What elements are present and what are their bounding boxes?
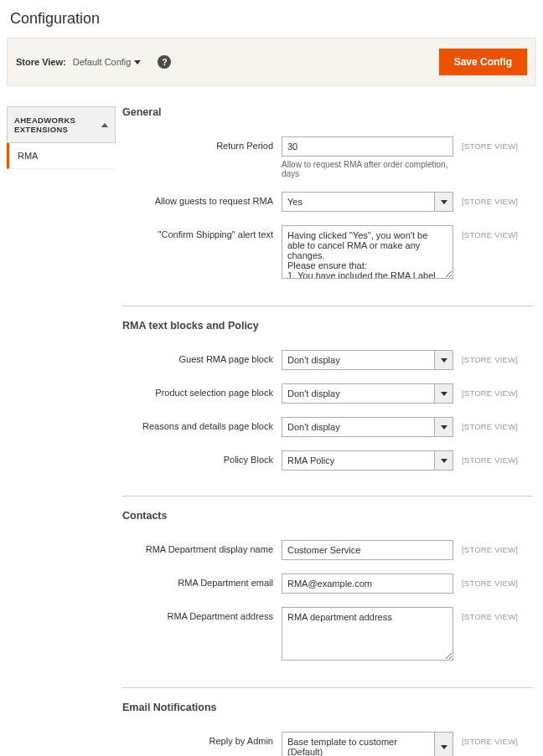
select-value: Base template to customer (Default) — [282, 733, 434, 756]
store-view-label: Store View: — [16, 57, 66, 67]
field-label: Reasons and details page block — [122, 417, 273, 431]
chevron-down-icon — [434, 733, 452, 756]
main-content: General Return Period Allow to request R… — [122, 106, 536, 756]
field-product-block: Product selection page block Don't displ… — [122, 383, 533, 404]
scope-label: [STORE VIEW] — [462, 136, 529, 151]
scope-label: [STORE VIEW] — [462, 383, 529, 398]
select-value: Don't display — [282, 384, 434, 403]
accordion-header[interactable]: AHEADWORKS EXTENSIONS — [7, 106, 116, 143]
page-title: Configuration — [10, 10, 536, 28]
scope-label: [STORE VIEW] — [462, 573, 529, 588]
field-label: Guest RMA page block — [122, 350, 273, 364]
section-title-blocks: RMA text blocks and Policy — [122, 320, 533, 332]
select-value: Yes — [282, 193, 434, 211]
field-label: "Confirm Shipping" alert text — [122, 225, 273, 239]
select-value: Don't display — [282, 418, 434, 436]
dept-address-textarea[interactable]: RMA department address — [282, 607, 453, 661]
scope-label: [STORE VIEW] — [462, 417, 529, 431]
field-dept-name: RMA Department display name [STORE VIEW] — [122, 540, 533, 560]
field-label: Allow guests to request RMA — [122, 192, 273, 206]
field-allow-guests: Allow guests to request RMA Yes [STORE V… — [122, 192, 533, 212]
chevron-down-icon — [434, 451, 452, 470]
store-view-switcher: Store View: Default Config ? — [16, 55, 171, 69]
sidebar-item-rma[interactable]: RMA — [7, 143, 116, 169]
field-label: Return Period — [122, 136, 273, 151]
field-reply-admin: Reply by Admin Base template to customer… — [122, 732, 533, 756]
section-title-general: General — [122, 106, 533, 118]
chevron-down-icon — [434, 351, 452, 369]
field-return-period: Return Period Allow to request RMA after… — [122, 136, 533, 178]
chevron-down-icon — [434, 418, 452, 436]
field-label: Product selection page block — [122, 383, 273, 398]
scope-label: [STORE VIEW] — [462, 225, 529, 239]
field-label: RMA Department display name — [122, 540, 273, 554]
dept-email-input[interactable] — [282, 573, 453, 594]
return-period-hint: Allow to request RMA after order complet… — [282, 160, 453, 178]
field-dept-email: RMA Department email [STORE VIEW] — [122, 573, 533, 594]
field-label: Policy Block — [122, 450, 273, 465]
dept-name-input[interactable] — [282, 540, 453, 560]
select-value: Don't display — [282, 351, 434, 369]
field-reasons-block: Reasons and details page block Don't dis… — [122, 417, 533, 437]
section-contacts: Contacts RMA Department display name [ST… — [122, 510, 533, 688]
scope-label: [STORE VIEW] — [462, 540, 529, 554]
chevron-down-icon — [434, 384, 452, 403]
help-icon[interactable]: ? — [158, 55, 171, 69]
section-title-email: Email Notifications — [122, 702, 533, 713]
section-general: General Return Period Allow to request R… — [122, 106, 533, 306]
reply-admin-select[interactable]: Base template to customer (Default) — [282, 732, 453, 756]
field-dept-address: RMA Department address RMA department ad… — [122, 607, 533, 662]
field-label: Reply by Admin — [122, 732, 273, 746]
scope-label: [STORE VIEW] — [462, 450, 529, 465]
store-view-select[interactable]: Default Config — [73, 57, 142, 67]
field-label: RMA Department email — [122, 573, 273, 588]
confirm-alert-textarea[interactable]: Having clicked "Yes", you won't be able … — [282, 225, 453, 279]
save-button[interactable]: Save Config — [439, 49, 527, 75]
field-label: RMA Department address — [122, 607, 273, 621]
scope-label: [STORE VIEW] — [462, 732, 529, 746]
sidebar: AHEADWORKS EXTENSIONS RMA — [7, 106, 116, 756]
scope-label: [STORE VIEW] — [462, 192, 529, 206]
chevron-down-icon — [434, 193, 452, 211]
select-value: RMA Policy — [282, 451, 434, 470]
field-guest-block: Guest RMA page block Don't display [STOR… — [122, 350, 533, 370]
return-period-input[interactable] — [282, 136, 453, 157]
reasons-block-select[interactable]: Don't display — [282, 417, 453, 437]
field-confirm-alert: "Confirm Shipping" alert text Having cli… — [122, 225, 533, 280]
allow-guests-select[interactable]: Yes — [282, 192, 453, 212]
section-title-contacts: Contacts — [122, 510, 533, 522]
accordion-label: AHEADWORKS EXTENSIONS — [14, 116, 101, 134]
chevron-up-icon — [101, 123, 108, 127]
section-blocks: RMA text blocks and Policy Guest RMA pag… — [122, 320, 533, 496]
section-email: Email Notifications Reply by Admin Base … — [122, 702, 533, 756]
store-view-value: Default Config — [73, 57, 132, 67]
toolbar: Store View: Default Config ? Save Config — [7, 38, 536, 86]
scope-label: [STORE VIEW] — [462, 350, 529, 364]
field-policy-block: Policy Block RMA Policy [STORE VIEW] — [122, 450, 533, 471]
guest-block-select[interactable]: Don't display — [282, 350, 453, 370]
chevron-down-icon — [134, 60, 141, 64]
product-block-select[interactable]: Don't display — [282, 383, 453, 404]
policy-block-select[interactable]: RMA Policy — [282, 450, 453, 471]
scope-label: [STORE VIEW] — [462, 607, 529, 621]
